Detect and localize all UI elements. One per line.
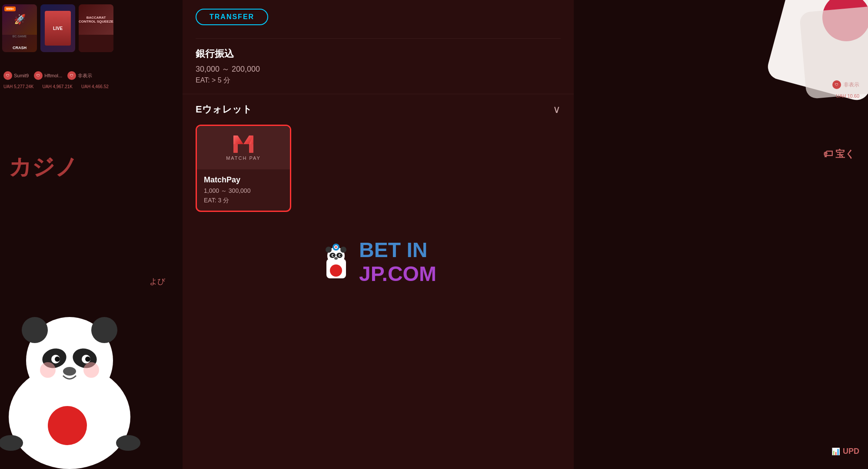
svg-rect-22 [233, 144, 238, 153]
svg-point-38 [335, 246, 337, 248]
user-avatar-2: 🛡 [67, 71, 76, 80]
squeeze-label: BACCARAT CONTROL SQUEEZE [79, 16, 113, 23]
panel-scroll[interactable]: TRANSFER 銀行振込 30,000 ～ 200,000 EAT: > 5 … [183, 0, 574, 469]
bet-in-text: BET IN [359, 238, 436, 262]
jp-com-text: JP.COM [359, 262, 436, 286]
svg-point-12 [83, 362, 99, 378]
takarakuji-text: 宝く [835, 149, 855, 159]
casino-label: カジノ [9, 152, 78, 182]
winning-0: UAH 5,277.24K [3, 84, 34, 89]
crash-badge: 999× [4, 7, 16, 11]
right-winnings: UAH 10.60 [836, 93, 859, 99]
right-sidebar: 🛡 非表示 UAH 10.60 🏷 宝く 📊 UPD [616, 0, 868, 469]
user-item-2: 🛡 非表示 [67, 71, 92, 80]
user-item-0: 🛡 Sumit9 [3, 71, 29, 80]
user-avatar-0: 🛡 [3, 71, 12, 80]
takarakuji-label: 🏷 宝く [823, 148, 855, 161]
right-user-bar: 🛡 非表示 [832, 80, 859, 89]
svg-point-8 [55, 357, 60, 362]
matchpay-brand-text: MATCH PAY [226, 155, 261, 161]
matchpay-eat: EAT: 3 分 [204, 197, 283, 205]
user-activity-bar: 🛡 Sumit9 🛡 Hftmol... 🛡 非表示 [0, 69, 183, 82]
matchpay-card[interactable]: MATCH PAY MatchPay 1,000 ～ 300,000 EAT: … [196, 125, 291, 212]
ewallet-section: Eウォレット ∨ [183, 94, 574, 221]
dice-decoration [742, 0, 868, 135]
winning-2: UAH 4,466.52 [81, 84, 109, 89]
user-name-1: Hftmol... [44, 73, 62, 78]
bank-eat: EAT: > 5 分 [196, 76, 561, 85]
svg-point-13 [48, 406, 87, 445]
game-thumb-squeeze[interactable]: BACCARAT CONTROL SQUEEZE [79, 4, 113, 52]
matchpay-logo: MATCH PAY [226, 135, 261, 161]
svg-point-3 [91, 317, 117, 343]
oyobi-label: よび [150, 276, 165, 287]
left-sidebar: 999× 🚀 CRASH BC.GAME LIVE BACCARAT CONTR… [0, 0, 174, 469]
matchpay-m-icon [233, 135, 254, 154]
ewallet-title: Eウォレット [196, 103, 252, 116]
matchpay-info: MatchPay 1,000 ～ 300,000 EAT: 3 分 [197, 169, 290, 211]
user-avatar-1: 🛡 [34, 71, 43, 80]
crash-label: CRASH [2, 46, 37, 50]
upd-label: UPD [843, 447, 859, 456]
svg-point-10 [63, 367, 76, 376]
matchpay-name: MatchPay [204, 175, 283, 185]
user-item-1: 🛡 Hftmol... [34, 71, 62, 80]
brand-text-area: BET IN JP.COM [359, 238, 436, 286]
section-divider [196, 38, 561, 39]
upd-bar: 📊 UPD [831, 447, 859, 456]
bottom-branding: BET IN JP.COM [183, 221, 574, 294]
bank-title: 銀行振込 [196, 47, 561, 60]
matchpay-logo-area: MATCH PAY [197, 126, 290, 169]
user-name-0: Sumit9 [14, 73, 29, 78]
svg-point-35 [334, 257, 338, 260]
payment-modal: TRANSFER 銀行振込 30,000 ～ 200,000 EAT: > 5 … [183, 0, 574, 469]
svg-point-33 [333, 254, 334, 256]
game-thumbnails: 999× 🚀 CRASH BC.GAME LIVE BACCARAT CONTR… [2, 4, 113, 52]
game-thumb-crash[interactable]: 999× 🚀 CRASH BC.GAME [2, 4, 37, 52]
payment-cards-grid: MATCH PAY MatchPay 1,000 ～ 300,000 EAT: … [196, 125, 561, 212]
svg-point-11 [40, 362, 56, 378]
winning-1: UAH 4,967.21K [43, 84, 73, 89]
bank-transfer-section: 銀行振込 30,000 ～ 200,000 EAT: > 5 分 [183, 47, 574, 94]
game-thumb-baccarat[interactable]: LIVE [40, 4, 75, 52]
svg-point-28 [340, 247, 346, 253]
right-user-avatar: 🛡 [832, 80, 841, 89]
crash-sublabel: BC.GAME [2, 35, 37, 39]
panda-character [0, 287, 152, 469]
ewallet-header: Eウォレット ∨ [196, 103, 561, 116]
user-name-2: 非表示 [78, 73, 92, 79]
transfer-button[interactable]: TRANSFER [196, 9, 268, 25]
transfer-section: TRANSFER [183, 0, 574, 38]
winnings-bar: UAH 5,277.24K UAH 4,967.21K UAH 4,466.52 [0, 83, 183, 91]
svg-rect-23 [249, 144, 253, 153]
bank-range: 30,000 ～ 200,000 [196, 64, 561, 74]
panda-logo-small [320, 244, 353, 281]
svg-point-9 [85, 357, 90, 362]
svg-point-2 [22, 317, 48, 343]
svg-point-34 [339, 254, 341, 256]
right-user-name: 非表示 [844, 81, 859, 89]
svg-point-17 [116, 435, 140, 451]
svg-point-25 [330, 264, 342, 277]
svg-point-27 [326, 247, 332, 253]
ewallet-chevron-icon[interactable]: ∨ [553, 103, 561, 116]
matchpay-range: 1,000 ～ 300,000 [204, 187, 283, 195]
